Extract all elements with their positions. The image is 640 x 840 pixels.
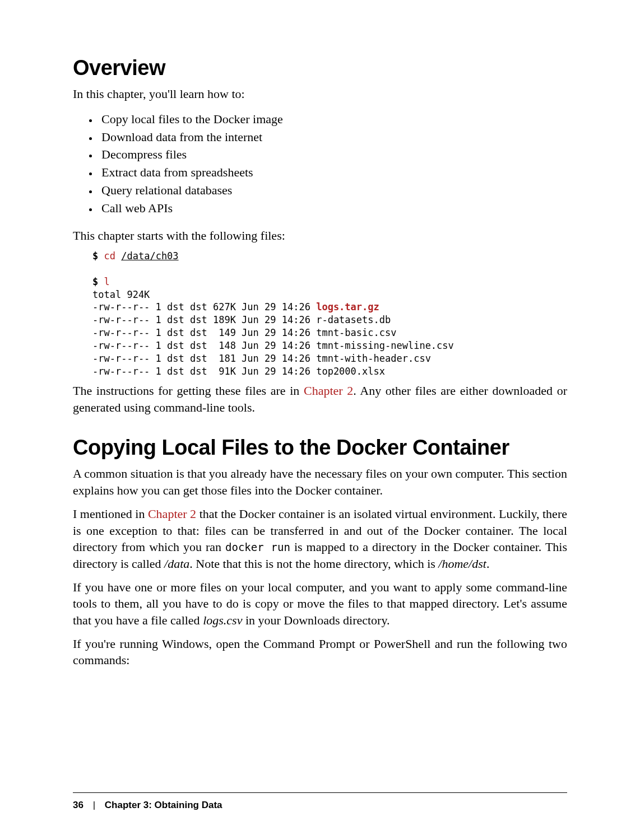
- cd-arg: /data/ch03: [121, 250, 178, 262]
- file-name: tmnt-with-header.csv: [316, 353, 431, 364]
- file-perm: -rw-r--r-- 1 dst dst 181 Jun 29 14:26: [92, 353, 316, 364]
- docker-run-code: docker run: [225, 541, 290, 553]
- list-item: Query relational databases: [98, 181, 567, 199]
- footer-separator: |: [93, 800, 95, 810]
- text-span: The instructions for getting these files…: [73, 384, 304, 398]
- list-item: Download data from the internet: [98, 128, 567, 146]
- l-command: l: [104, 276, 110, 287]
- files-intro-text: This chapter starts with the following f…: [73, 227, 567, 244]
- file-name: r-datasets.db: [316, 314, 391, 325]
- text-span: I mentioned in: [73, 507, 148, 521]
- chapter-2-link[interactable]: Chapter 2: [304, 384, 353, 398]
- copying-files-heading: Copying Local Files to the Docker Contai…: [73, 436, 567, 460]
- file-perm: -rw-r--r-- 1 dst dst 189K Jun 29 14:26: [92, 314, 316, 325]
- file-name: tmnt-basic.csv: [316, 327, 396, 338]
- instructions-text: The instructions for getting these files…: [73, 382, 567, 416]
- list-item: Call web APIs: [98, 199, 567, 217]
- chapter-2-link[interactable]: Chapter 2: [148, 507, 196, 521]
- list-item: Copy local files to the Docker image: [98, 110, 567, 128]
- text-span: . Note that this is not the home directo…: [189, 557, 438, 571]
- p4-text: If you're running Windows, open the Comm…: [73, 636, 567, 669]
- file-perm: -rw-r--r-- 1 dst dst 149 Jun 29 14:26: [92, 327, 316, 338]
- p3-text: If you have one or more files on your lo…: [73, 579, 567, 629]
- file-perm: -rw-r--r-- 1 dst dst 148 Jun 29 14:26: [92, 340, 316, 351]
- file-name: tmnt-missing-newline.csv: [316, 340, 454, 351]
- shell-prompt: $: [92, 250, 98, 262]
- cd-command: cd: [104, 250, 115, 262]
- learning-objectives-list: Copy local files to the Docker image Dow…: [98, 110, 567, 217]
- overview-heading: Overview: [73, 56, 567, 80]
- file-name: top2000.xlsx: [316, 366, 385, 377]
- file-name: logs.tar.gz: [316, 301, 379, 312]
- code-listing: $ cd /data/ch03 $ l total 924K -rw-r--r-…: [92, 250, 567, 378]
- chapter-title: Chapter 3: Obtaining Data: [105, 800, 222, 810]
- intro-text: In this chapter, you'll learn how to:: [73, 86, 567, 102]
- shell-prompt: $: [92, 276, 98, 287]
- p1-text: A common situation is that you already h…: [73, 465, 567, 498]
- file-perm: -rw-r--r-- 1 dst dst 91K Jun 29 14:26: [92, 366, 316, 377]
- total-line: total 924K: [92, 289, 150, 300]
- page-number: 36: [73, 800, 84, 810]
- page-footer: 36 | Chapter 3: Obtaining Data: [73, 792, 567, 811]
- p2-text: I mentioned in Chapter 2 that the Docker…: [73, 506, 567, 572]
- home-path: /home/dst: [438, 557, 486, 571]
- list-item: Decompress files: [98, 146, 567, 164]
- data-path: /data: [164, 557, 189, 571]
- text-span: .: [486, 557, 490, 571]
- text-span: in your Downloads directory.: [242, 613, 389, 627]
- logs-csv-file: logs.csv: [203, 613, 242, 627]
- file-perm: -rw-r--r-- 1 dst dst 627K Jun 29 14:26: [92, 301, 316, 312]
- list-item: Extract data from spreadsheets: [98, 164, 567, 181]
